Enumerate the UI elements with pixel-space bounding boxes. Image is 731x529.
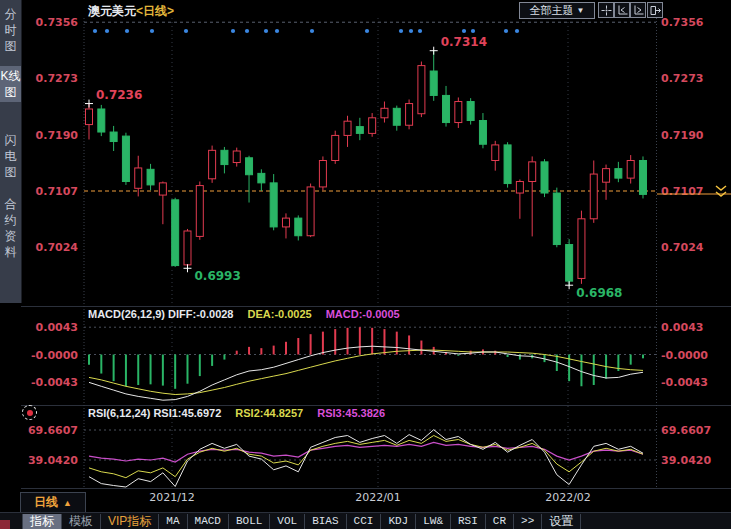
candle-body (135, 168, 142, 188)
candle-body (553, 193, 560, 245)
signal-dot (264, 29, 268, 33)
symbol-name: 澳元美元 (88, 4, 136, 18)
rsi-tick-right: 39.0420 (661, 454, 711, 467)
exit-chart-button[interactable] (647, 2, 663, 18)
toolbar-item-vol[interactable]: VOL (270, 514, 305, 529)
zoom-out-axis-button[interactable] (614, 2, 630, 18)
candle-body (479, 121, 486, 145)
exit-chart-icon (650, 5, 661, 16)
candle-body (639, 160, 646, 194)
macd-tick-right: 0.0043 (661, 321, 703, 334)
period-selector-label: 日线 (34, 494, 58, 511)
triangle-up-icon: ▲ (63, 498, 72, 508)
candle-body (578, 219, 585, 279)
toolbar-item-cr[interactable]: CR (486, 514, 514, 529)
candle-body (504, 145, 511, 184)
toolbar-item-kdj[interactable]: KDJ (381, 514, 416, 529)
toolbar-item-ma[interactable]: MA (159, 514, 187, 529)
toolbar-item-rsi[interactable]: RSI (451, 514, 486, 529)
candle-body (172, 200, 179, 266)
price-tick-right: 0.7107 (661, 185, 703, 198)
toolbar-item-macd[interactable]: MACD (188, 514, 229, 529)
sidebar-tab-lightning[interactable]: 闪电图 (0, 130, 21, 182)
toolbar-item-more[interactable]: >> (514, 514, 542, 529)
candle-body (344, 121, 351, 135)
signal-dot (93, 29, 97, 33)
candle-body (467, 102, 474, 121)
candle-body (615, 169, 622, 178)
candle-body (516, 182, 523, 194)
price-marker-cross (565, 281, 573, 289)
price-tick-left: 0.7273 (36, 72, 78, 85)
macd-tick-left: 0.0043 (36, 321, 78, 334)
chart-type-sidebar: 分时图 K线图 闪电图 合约资料 (0, 0, 22, 303)
price-tick-left: 0.7024 (36, 241, 79, 254)
signal-dot (125, 29, 129, 33)
date-label: 2021/12 (149, 491, 195, 504)
toolbar-item-boll[interactable]: BOLL (229, 514, 270, 529)
candle-body (159, 183, 166, 195)
candle-body (393, 108, 400, 125)
period-selector[interactable]: 日线 ▲ (20, 492, 86, 513)
candle-body (319, 160, 326, 186)
signal-dot (504, 29, 508, 33)
candle-body (541, 162, 548, 193)
chart-window: 0.72360.73140.69930.69680.73560.73560.72… (0, 0, 731, 529)
price-marker-cross (430, 47, 438, 55)
corner-marker (0, 520, 10, 529)
rsi-tick-right: 69.6607 (661, 424, 711, 437)
candle-body (406, 104, 413, 126)
macd-dea-value: DEA:-0.0025 (248, 308, 312, 320)
toolbar-item-lwr[interactable]: LW& (416, 514, 451, 529)
chevron-down-icon: ▼ (577, 7, 585, 15)
indicator-hot-icon[interactable] (22, 405, 37, 420)
candle-body (270, 183, 277, 227)
theme-dropdown-label: 全部主题 (530, 3, 574, 18)
candle-body (566, 245, 573, 282)
rsi-header: RSI(6,12,24) RSI1:45.6972RSI2:44.8257RSI… (88, 407, 385, 419)
indicator-toolbar: 指标 模板 VIP指标 MA MACD BOLL VOL BIAS CCI KD… (0, 512, 731, 529)
toolbar-item-indicator[interactable]: 指标 (22, 514, 62, 529)
candle-body (455, 102, 462, 123)
candle-body (356, 127, 363, 134)
candle-body (98, 109, 105, 132)
price-marker-cross (183, 264, 191, 272)
theme-dropdown[interactable]: 全部主题 ▼ (519, 2, 595, 19)
sidebar-tab-kline[interactable]: K线图 (0, 66, 21, 102)
zoom-out-axis-icon (617, 5, 628, 16)
toolbar-item-vip-indicator[interactable]: VIP指标 (101, 514, 159, 529)
price-tick-right: 0.7273 (661, 72, 703, 85)
chart-canvas: 0.72360.73140.69930.69680.73560.73560.72… (0, 0, 731, 529)
candle-body (122, 136, 129, 181)
candle-body (603, 169, 610, 183)
toolbar-item-cci[interactable]: CCI (347, 514, 382, 529)
rsi3-line (89, 442, 643, 462)
crosshair-icon (601, 5, 612, 16)
zoom-in-axis-button[interactable] (630, 2, 646, 18)
toolbar-item-settings[interactable]: 设置 (542, 514, 581, 529)
rsi2-value: RSI2:44.8257 (235, 407, 303, 419)
sidebar-tab-contract-info[interactable]: 合约资料 (0, 194, 21, 262)
candle-body (529, 162, 536, 182)
zoom-in-axis-icon (633, 5, 644, 16)
candle-body (147, 169, 154, 185)
candle-body (282, 218, 289, 227)
candle-body (430, 71, 437, 95)
rsi-tick-left: 39.0420 (28, 454, 78, 467)
crosshair-button[interactable] (598, 2, 614, 18)
macd-diff-value: MACD(26,12,9) DIFF:-0.0028 (88, 308, 234, 320)
macd-dea-line (89, 350, 643, 394)
signal-dot (471, 29, 475, 33)
date-label: 2022/02 (545, 491, 591, 504)
price-annotation: 0.6968 (576, 286, 622, 300)
price-marker-cross (85, 100, 93, 108)
toolbar-item-bias[interactable]: BIAS (305, 514, 346, 529)
candle-body (258, 173, 265, 182)
signal-dot (409, 29, 413, 33)
red-dot-icon (27, 410, 33, 416)
price-tick-right: 0.7190 (661, 129, 704, 142)
toolbar-item-template[interactable]: 模板 (62, 514, 101, 529)
sidebar-tab-timeshare[interactable]: 分时图 (0, 4, 21, 56)
candle-body (221, 150, 228, 164)
macd-tick-right: -0.0043 (661, 376, 708, 389)
